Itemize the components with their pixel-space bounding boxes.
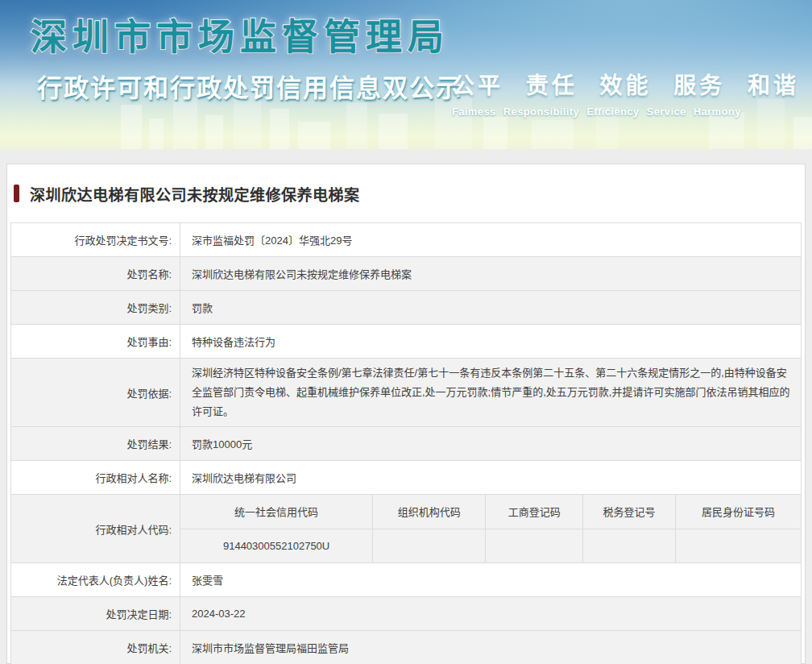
code-col-value (486, 529, 583, 562)
building-silhouette (379, 114, 408, 149)
code-col-header: 工商登记码 (486, 495, 583, 529)
table-row: 处罚依据: 深圳经济特区特种设备安全条例/第七章法律责任/第七十一条有违反本条例… (11, 359, 802, 427)
building-silhouette (205, 115, 223, 149)
row-value: 张雯雪 (180, 563, 802, 597)
table-row: 处罚机关: 深圳市市场监督管理局福田监管局 (11, 631, 802, 664)
party-code-value-row: 91440300552102750U (180, 529, 801, 562)
building-silhouette (346, 102, 367, 149)
page-title: 深圳欣达电梯有限公司未按规定维修保养电梯案 (30, 183, 360, 205)
row-value: 深圳市市场监督管理局福田监管局 (180, 631, 802, 664)
table-row: 处罚类别: 罚款 (11, 291, 802, 325)
code-col-header: 统一社会信用代码 (180, 495, 373, 529)
row-label: 处罚机关: (11, 631, 180, 664)
table-row: 处罚名称: 深圳欣达电梯有限公司未按规定维修保养电梯案 (11, 257, 802, 291)
code-col-header: 税务登记号 (583, 495, 676, 529)
row-value: 深圳欣达电梯有限公司未按规定维修保养电梯案 (180, 257, 802, 291)
party-code-header-row: 统一社会信用代码 组织机构代码 工商登记码 税务登记号 居民身份证号码 (180, 495, 801, 529)
row-label: 处罚事由: (11, 325, 180, 359)
row-label: 法定代表人(负责人)姓名: (11, 563, 180, 597)
code-col-value: 91440300552102750U (180, 529, 373, 562)
table-row: 行政处罚决定书文号: 深市监福处罚〔2024〕华强北29号 (11, 223, 802, 257)
site-banner: 深圳市市场监督管理局 行政许可和行政处罚信用信息双公示 公平 责任 效能 服务 … (0, 0, 812, 149)
row-label: 处罚类别: (11, 291, 180, 325)
party-code-cell: 统一社会信用代码 组织机构代码 工商登记码 税务登记号 居民身份证号码 9144… (180, 495, 802, 563)
table-row-party-code: 行政相对人代码: 统一社会信用代码 组织机构代码 工商登记码 税务登记号 居民身… (11, 495, 802, 563)
row-value: 特种设备违法行为 (180, 325, 802, 359)
row-value: 罚款 (180, 291, 802, 325)
case-title-row: 深圳欣达电梯有限公司未按规定维修保养电梯案 (10, 164, 802, 222)
building-silhouette (121, 105, 142, 149)
row-label: 行政处罚决定书文号: (11, 223, 180, 257)
penalty-info-table: 行政处罚决定书文号: 深市监福处罚〔2024〕华强北29号 处罚名称: 深圳欣达… (10, 222, 802, 664)
row-value: 深圳经济特区特种设备安全条例/第七章法律责任/第七十一条有违反本条例第二十五条、… (180, 359, 802, 427)
code-col-value (583, 529, 676, 562)
table-row: 处罚结果: 罚款10000元 (11, 427, 802, 461)
row-value: 深市监福处罚〔2024〕华强北29号 (180, 223, 802, 257)
building-silhouette (149, 118, 164, 149)
row-label: 处罚决定日期: (11, 597, 180, 631)
table-row: 处罚事由: 特种设备违法行为 (11, 325, 802, 359)
banner-subtitle: 行政许可和行政处罚信用信息双公示 (37, 68, 462, 104)
table-row: 法定代表人(负责人)姓名: 张雯雪 (11, 563, 802, 597)
code-col-value (373, 529, 486, 562)
building-silhouette (270, 109, 289, 149)
code-col-value (675, 529, 801, 562)
row-value: 罚款10000元 (180, 427, 802, 461)
building-silhouette (173, 98, 197, 149)
table-row: 行政相对人名称: 深圳欣达电梯有限公司 (11, 461, 802, 495)
row-label: 处罚结果: (11, 427, 180, 461)
slogan-english: Faimess Responsibility Efficiency Servic… (452, 106, 799, 118)
building-silhouette (793, 117, 812, 149)
row-value: 2024-03-22 (180, 597, 802, 631)
row-label: 行政相对人名称: (11, 461, 180, 495)
slogan-chinese: 公平 责任 效能 服务 和谐 (452, 68, 799, 100)
row-label: 处罚名称: (11, 257, 180, 291)
table-row: 处罚决定日期: 2024-03-22 (11, 597, 802, 631)
title-accent-bar (14, 185, 19, 202)
page-body: 深圳欣达电梯有限公司未按规定维修保养电梯案 行政处罚决定书文号: 深市监福处罚〔… (0, 149, 812, 664)
building-silhouette (298, 122, 330, 149)
slogan-block: 公平 责任 效能 服务 和谐 Faimess Responsibility Ef… (452, 68, 799, 118)
party-code-table: 统一社会信用代码 组织机构代码 工商登记码 税务登记号 居民身份证号码 9144… (180, 495, 801, 562)
row-label: 处罚依据: (11, 359, 180, 427)
row-label: 行政相对人代码: (11, 495, 180, 563)
content-card: 深圳欣达电梯有限公司未按规定维修保养电梯案 行政处罚决定书文号: 深市监福处罚〔… (6, 164, 806, 664)
row-value: 深圳欣达电梯有限公司 (180, 461, 802, 495)
code-col-header: 居民身份证号码 (675, 495, 801, 529)
building-silhouette (532, 120, 574, 149)
building-silhouette (483, 117, 508, 149)
agency-title: 深圳市市场监督管理局 (31, 8, 450, 60)
code-col-header: 组织机构代码 (373, 495, 486, 529)
